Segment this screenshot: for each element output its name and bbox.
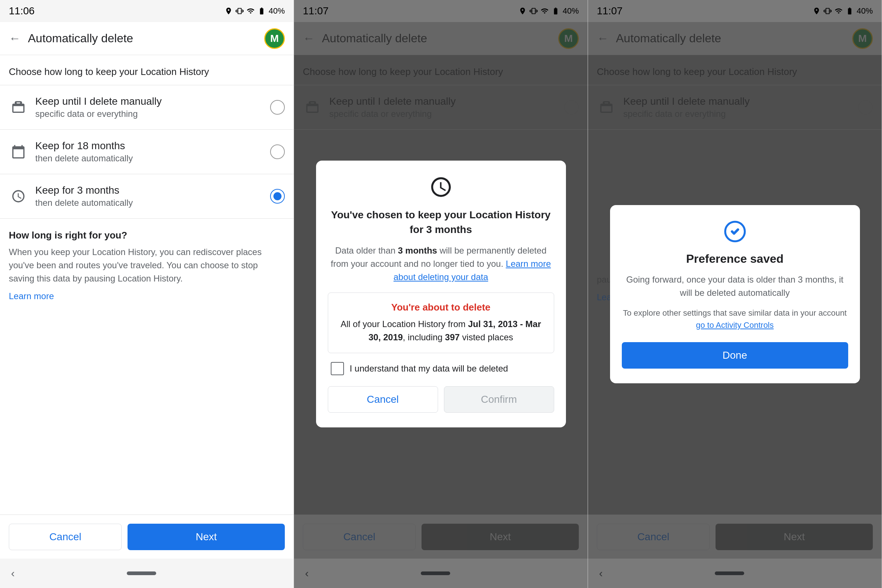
option-subtitle-3months-1: then delete automatically xyxy=(35,198,270,208)
panel-2: 11:07 40% ← Automatically delete M Choos… xyxy=(294,0,588,588)
panel-1: 11:06 40% ← Automatically delete M Choos… xyxy=(0,0,294,588)
panel-3: 11:07 40% ← Automatically delete M Choos… xyxy=(588,0,882,588)
battery-icon xyxy=(258,7,266,15)
option-text-18months-1: Keep for 18 months then delete automatic… xyxy=(35,140,270,164)
info-link-1[interactable]: Learn more xyxy=(9,291,54,301)
done-button[interactable]: Done xyxy=(622,342,848,369)
dialog-body-text: Data older than 3 months will be permane… xyxy=(331,246,551,282)
option-text-3months-1: Keep for 3 months then delete automatica… xyxy=(35,184,270,208)
understand-checkbox[interactable] xyxy=(331,362,344,375)
header-title-1: Automatically delete xyxy=(28,32,264,45)
dialog-clock-icon xyxy=(328,175,554,200)
avatar-1[interactable]: M xyxy=(264,28,285,49)
dialog-cancel-button[interactable]: Cancel xyxy=(328,386,438,413)
battery-text-1: 40% xyxy=(268,6,285,16)
vibrate-icon xyxy=(236,7,244,15)
nav-back-1[interactable]: ‹ xyxy=(11,567,15,579)
status-time-1: 11:06 xyxy=(9,5,34,17)
dialog-confirm-button[interactable]: Confirm xyxy=(444,386,554,413)
option-subtitle-manual-1: specific data or everything xyxy=(35,109,270,119)
dialog-warning-title: You're about to delete xyxy=(337,302,545,313)
option-18months-1[interactable]: Keep for 18 months then delete automatic… xyxy=(0,130,294,174)
dialog-checkbox-row: I understand that my data will be delete… xyxy=(328,362,554,375)
dialog-warning-box: You're about to delete All of your Locat… xyxy=(328,292,554,353)
info-title-1: How long is right for you? xyxy=(9,230,285,241)
briefcase-icon xyxy=(9,98,28,117)
radio-manual-1[interactable] xyxy=(270,100,285,115)
status-icons-1: 40% xyxy=(225,6,285,16)
dialog-overlay-2: You've chosen to keep your Location Hist… xyxy=(294,0,588,588)
confirm-dialog: You've chosen to keep your Location Hist… xyxy=(316,160,566,427)
page-subtitle-1: Choose how long to keep your Location Hi… xyxy=(0,55,294,85)
dialog-body: Data older than 3 months will be permane… xyxy=(328,244,554,284)
page-content-1: Choose how long to keep your Location Hi… xyxy=(0,55,294,514)
option-text-manual-1: Keep until I delete manually specific da… xyxy=(35,96,270,119)
checkbox-label: I understand that my data will be delete… xyxy=(350,363,508,374)
bottom-buttons-1: Cancel Next xyxy=(0,514,294,559)
pref-body: Going forward, once your data is older t… xyxy=(622,273,848,300)
radio-3months-1[interactable] xyxy=(270,189,285,204)
clock-icon-1 xyxy=(9,187,28,206)
next-button-1[interactable]: Next xyxy=(128,524,285,550)
dialog-title: You've chosen to keep your Location Hist… xyxy=(328,208,554,236)
activity-controls-link[interactable]: go to Activity Controls xyxy=(696,321,774,330)
pref-footer: To explore other settings that save simi… xyxy=(622,307,848,331)
pref-title: Preference saved xyxy=(622,252,848,266)
option-manual-1[interactable]: Keep until I delete manually specific da… xyxy=(0,85,294,130)
preference-saved-dialog: Preference saved Going forward, once you… xyxy=(610,205,860,383)
calendar-icon xyxy=(9,142,28,161)
back-button-1[interactable]: ← xyxy=(9,32,21,45)
pref-check-icon xyxy=(622,220,848,245)
radio-18months-1[interactable] xyxy=(270,144,285,159)
cancel-button-1[interactable]: Cancel xyxy=(9,524,122,550)
option-title-3months-1: Keep for 3 months xyxy=(35,184,270,196)
bottom-nav-1: ‹ xyxy=(0,559,294,588)
nav-pill-1 xyxy=(127,572,156,575)
radio-inner-3months-1 xyxy=(273,192,282,200)
dialog-link[interactable]: Learn more about deleting your data xyxy=(394,259,551,282)
location-icon xyxy=(225,7,232,15)
info-text-1: When you keep your Location History, you… xyxy=(9,246,285,285)
pref-footer-text: To explore other settings that save simi… xyxy=(623,308,847,318)
dialog-buttons: Cancel Confirm xyxy=(328,386,554,413)
option-subtitle-18months-1: then delete automatically xyxy=(35,153,270,164)
status-bar-1: 11:06 40% xyxy=(0,0,294,22)
info-section-1: How long is right for you? When you keep… xyxy=(0,219,294,312)
dialog-warning-text: All of your Location History from Jul 31… xyxy=(337,318,545,344)
app-header-1: ← Automatically delete M xyxy=(0,22,294,55)
wifi-icon xyxy=(247,7,255,15)
option-title-18months-1: Keep for 18 months xyxy=(35,140,270,152)
option-3months-1[interactable]: Keep for 3 months then delete automatica… xyxy=(0,174,294,219)
option-title-manual-1: Keep until I delete manually xyxy=(35,96,270,107)
pref-dialog-overlay: Preference saved Going forward, once you… xyxy=(588,0,882,588)
